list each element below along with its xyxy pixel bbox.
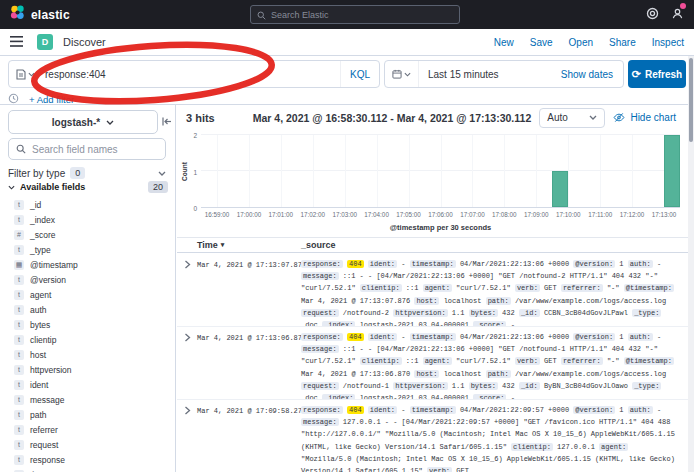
source-field-label[interactable]: verb:	[515, 357, 540, 365]
source-field-label[interactable]: _id:	[519, 382, 540, 390]
field-item-_index[interactable]: t_index	[0, 212, 175, 227]
field-item-timestamp[interactable]: ttimestamp	[0, 467, 175, 472]
source-field-label[interactable]: request:	[301, 309, 339, 317]
source-field-label[interactable]: @version:	[573, 333, 615, 341]
source-field-label[interactable]: verb:	[427, 467, 452, 472]
source-field-label[interactable]: auth:	[628, 260, 653, 268]
calendar-icon[interactable]	[385, 61, 419, 87]
save-button[interactable]: Save	[530, 37, 553, 48]
field-type-icon: ▦	[14, 260, 24, 270]
source-field-label[interactable]: response:	[301, 260, 343, 268]
source-field-label[interactable]: message:	[301, 272, 339, 280]
source-field-label[interactable]: auth:	[628, 333, 653, 341]
field-item-_score[interactable]: #_score	[0, 227, 175, 242]
open-button[interactable]: Open	[569, 37, 593, 48]
source-field-label[interactable]: httpversion:	[393, 382, 447, 390]
source-field-label[interactable]: host:	[414, 297, 439, 305]
add-filter-button[interactable]: + Add filter	[29, 94, 74, 105]
field-item-httpversion[interactable]: thttpversion	[0, 362, 175, 377]
source-field-label[interactable]: ident:	[368, 260, 397, 268]
refresh-button[interactable]: ⟳ Refresh	[628, 60, 686, 88]
source-field-label[interactable]: httpversion:	[393, 309, 447, 317]
source-field-label[interactable]: message:	[301, 345, 339, 353]
source-field-label[interactable]: clientip:	[360, 284, 402, 292]
time-column-header[interactable]: Time ▾	[197, 240, 301, 250]
field-item-path[interactable]: tpath	[0, 407, 175, 422]
saved-queries-icon[interactable]	[9, 69, 41, 80]
expand-row-icon[interactable]	[177, 400, 197, 472]
source-field-label[interactable]: response:	[301, 333, 343, 341]
source-field-label[interactable]: _type:	[632, 309, 661, 317]
source-field-label[interactable]: message:	[301, 418, 339, 426]
field-item-bytes[interactable]: tbytes	[0, 317, 175, 332]
source-field-label[interactable]: timestamp:	[410, 333, 456, 341]
source-field-label[interactable]: host:	[414, 370, 439, 378]
source-field-label[interactable]: response:	[301, 406, 343, 414]
interval-select[interactable]: Auto	[539, 108, 605, 128]
field-item-ident[interactable]: tident	[0, 377, 175, 392]
source-field-label[interactable]: ident:	[368, 406, 397, 414]
source-field-label[interactable]: request:	[301, 382, 339, 390]
field-item-clientip[interactable]: tclientip	[0, 332, 175, 347]
kql-toggle[interactable]: KQL	[340, 61, 379, 87]
source-field-label[interactable]: ident:	[368, 333, 397, 341]
field-item-@timestamp[interactable]: ▦@timestamp	[0, 257, 175, 272]
scrollbar-thumb[interactable]	[689, 58, 693, 142]
source-field-label[interactable]: @version:	[573, 406, 615, 414]
histogram-bar[interactable]	[552, 171, 568, 207]
source-field-label[interactable]: path:	[486, 297, 511, 305]
breadcrumb[interactable]: Discover	[63, 36, 106, 48]
field-item-response[interactable]: tresponse	[0, 452, 175, 467]
source-field-label[interactable]: @timestamp:	[624, 357, 674, 365]
chart-plot[interactable]	[201, 135, 680, 208]
menu-hamburger-icon[interactable]	[10, 33, 23, 51]
source-field-label[interactable]: bytes:	[469, 309, 498, 317]
source-field-label[interactable]: timestamp:	[410, 260, 456, 268]
collapse-sidebar-icon[interactable]	[162, 112, 172, 130]
vertical-scrollbar[interactable]	[688, 56, 694, 472]
histogram-bar[interactable]	[664, 135, 680, 207]
field-item-auth[interactable]: tauth	[0, 302, 175, 317]
source-field-label[interactable]: _type:	[632, 382, 661, 390]
field-item-@version[interactable]: t@version	[0, 272, 175, 287]
user-menu-icon[interactable]	[671, 6, 684, 24]
show-dates-button[interactable]: Show dates	[561, 69, 623, 80]
hide-chart-button[interactable]: Hide chart	[613, 112, 676, 123]
source-field-label[interactable]: verb:	[515, 284, 540, 292]
help-icon[interactable]	[646, 6, 659, 24]
inspect-button[interactable]: Inspect	[652, 37, 684, 48]
query-text[interactable]: response:404	[41, 69, 340, 80]
share-button[interactable]: Share	[609, 37, 636, 48]
available-fields-header[interactable]: Available fields 20	[8, 179, 168, 195]
source-field-label[interactable]: clientip:	[360, 357, 402, 365]
source-field-label[interactable]: path:	[486, 370, 511, 378]
source-field-label[interactable]: bytes:	[469, 382, 498, 390]
new-button[interactable]: New	[494, 37, 514, 48]
field-item-message[interactable]: tmessage	[0, 392, 175, 407]
elastic-brand[interactable]: elastic	[10, 5, 70, 24]
source-field-label[interactable]: agent:	[423, 284, 452, 292]
field-item-referrer[interactable]: treferrer	[0, 422, 175, 437]
field-search-input[interactable]: Search field names	[8, 138, 166, 160]
source-field-label[interactable]: @timestamp:	[624, 284, 674, 292]
source-field-label[interactable]: agent:	[599, 443, 628, 451]
global-search-input[interactable]: Search Elastic	[250, 5, 460, 24]
source-field-label[interactable]: auth:	[628, 406, 653, 414]
source-field-label[interactable]: clientip:	[511, 443, 553, 451]
index-pattern-select[interactable]: logstash-*	[8, 110, 158, 134]
field-item-_type[interactable]: t_type	[0, 242, 175, 257]
source-field-label[interactable]: agent:	[423, 357, 452, 365]
field-item-request[interactable]: trequest	[0, 437, 175, 452]
source-field-label[interactable]: referrer:	[561, 357, 603, 365]
source-field-label[interactable]: @version:	[573, 260, 615, 268]
field-item-_id[interactable]: t_id	[0, 197, 175, 212]
expand-row-icon[interactable]	[177, 327, 197, 399]
source-field-label[interactable]: timestamp:	[410, 406, 456, 414]
source-field-label[interactable]: _id:	[519, 309, 540, 317]
source-field-label[interactable]: referrer:	[561, 284, 603, 292]
query-input[interactable]: response:404 KQL	[8, 60, 380, 88]
expand-row-icon[interactable]	[177, 254, 197, 326]
field-item-host[interactable]: thost	[0, 347, 175, 362]
field-item-agent[interactable]: tagent	[0, 287, 175, 302]
time-range-value[interactable]: Last 15 minutes	[419, 69, 561, 80]
